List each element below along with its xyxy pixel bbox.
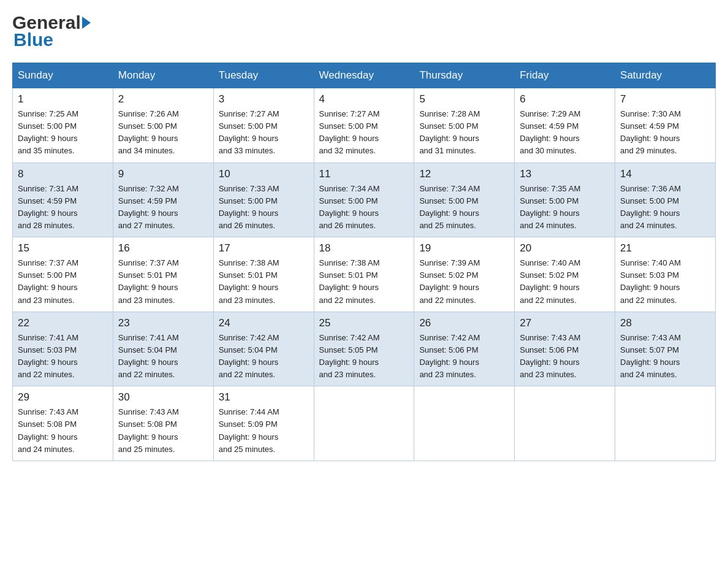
day-info: Sunrise: 7:28 AMSunset: 5:00 PMDaylight:… bbox=[419, 108, 509, 158]
day-number: 7 bbox=[620, 93, 710, 105]
day-info: Sunrise: 7:30 AMSunset: 4:59 PMDaylight:… bbox=[620, 108, 710, 158]
calendar-cell bbox=[314, 386, 414, 461]
day-number: 14 bbox=[620, 168, 710, 180]
calendar-cell: 31Sunrise: 7:44 AMSunset: 5:09 PMDayligh… bbox=[213, 386, 314, 461]
calendar-cell: 23Sunrise: 7:41 AMSunset: 5:04 PMDayligh… bbox=[113, 312, 213, 386]
calendar-cell: 1Sunrise: 7:25 AMSunset: 5:00 PMDaylight… bbox=[13, 88, 113, 163]
day-info: Sunrise: 7:43 AMSunset: 5:07 PMDaylight:… bbox=[620, 332, 710, 381]
day-info: Sunrise: 7:38 AMSunset: 5:01 PMDaylight:… bbox=[319, 257, 409, 307]
calendar-cell: 12Sunrise: 7:34 AMSunset: 5:00 PMDayligh… bbox=[414, 163, 515, 237]
day-info: Sunrise: 7:27 AMSunset: 5:00 PMDaylight:… bbox=[219, 108, 309, 158]
week-row-5: 29Sunrise: 7:43 AMSunset: 5:08 PMDayligh… bbox=[13, 386, 716, 461]
day-info: Sunrise: 7:42 AMSunset: 5:06 PMDaylight:… bbox=[419, 332, 509, 381]
day-number: 15 bbox=[18, 242, 108, 255]
calendar-cell: 26Sunrise: 7:42 AMSunset: 5:06 PMDayligh… bbox=[414, 312, 515, 386]
day-number: 16 bbox=[118, 242, 208, 255]
day-number: 17 bbox=[219, 242, 309, 255]
day-info: Sunrise: 7:42 AMSunset: 5:05 PMDaylight:… bbox=[319, 332, 409, 381]
day-number: 21 bbox=[620, 242, 710, 255]
day-number: 9 bbox=[118, 168, 208, 180]
day-info: Sunrise: 7:38 AMSunset: 5:01 PMDaylight:… bbox=[219, 257, 309, 307]
calendar-cell: 21Sunrise: 7:40 AMSunset: 5:03 PMDayligh… bbox=[615, 237, 716, 312]
calendar-cell: 20Sunrise: 7:40 AMSunset: 5:02 PMDayligh… bbox=[515, 237, 615, 312]
header-tuesday: Tuesday bbox=[213, 63, 314, 88]
day-info: Sunrise: 7:43 AMSunset: 5:08 PMDaylight:… bbox=[118, 406, 208, 456]
day-info: Sunrise: 7:41 AMSunset: 5:03 PMDaylight:… bbox=[18, 332, 108, 381]
page-header: General Blue bbox=[12, 12, 716, 50]
day-info: Sunrise: 7:37 AMSunset: 5:00 PMDaylight:… bbox=[18, 257, 108, 307]
calendar-cell: 9Sunrise: 7:32 AMSunset: 4:59 PMDaylight… bbox=[113, 163, 213, 237]
calendar-cell: 5Sunrise: 7:28 AMSunset: 5:00 PMDaylight… bbox=[414, 88, 515, 163]
day-info: Sunrise: 7:44 AMSunset: 5:09 PMDaylight:… bbox=[219, 406, 309, 456]
calendar-cell: 28Sunrise: 7:43 AMSunset: 5:07 PMDayligh… bbox=[615, 312, 716, 386]
week-row-1: 1Sunrise: 7:25 AMSunset: 5:00 PMDaylight… bbox=[13, 88, 716, 163]
day-info: Sunrise: 7:33 AMSunset: 5:00 PMDaylight:… bbox=[219, 183, 309, 232]
day-number: 11 bbox=[319, 168, 409, 180]
day-number: 26 bbox=[419, 317, 509, 329]
calendar-cell: 18Sunrise: 7:38 AMSunset: 5:01 PMDayligh… bbox=[314, 237, 414, 312]
day-number: 27 bbox=[520, 317, 610, 329]
calendar-cell: 13Sunrise: 7:35 AMSunset: 5:00 PMDayligh… bbox=[515, 163, 615, 237]
day-info: Sunrise: 7:27 AMSunset: 5:00 PMDaylight:… bbox=[319, 108, 409, 158]
day-number: 4 bbox=[319, 93, 409, 105]
calendar-cell: 30Sunrise: 7:43 AMSunset: 5:08 PMDayligh… bbox=[113, 386, 213, 461]
day-info: Sunrise: 7:29 AMSunset: 4:59 PMDaylight:… bbox=[520, 108, 610, 158]
day-info: Sunrise: 7:42 AMSunset: 5:04 PMDaylight:… bbox=[219, 332, 309, 381]
calendar-cell: 10Sunrise: 7:33 AMSunset: 5:00 PMDayligh… bbox=[213, 163, 314, 237]
header-thursday: Thursday bbox=[414, 63, 515, 88]
day-number: 12 bbox=[419, 168, 509, 180]
calendar-cell: 15Sunrise: 7:37 AMSunset: 5:00 PMDayligh… bbox=[13, 237, 113, 312]
day-info: Sunrise: 7:31 AMSunset: 4:59 PMDaylight:… bbox=[18, 183, 108, 232]
logo-triangle-icon bbox=[82, 17, 91, 29]
calendar-cell: 24Sunrise: 7:42 AMSunset: 5:04 PMDayligh… bbox=[213, 312, 314, 386]
header-friday: Friday bbox=[515, 63, 615, 88]
calendar-cell: 16Sunrise: 7:37 AMSunset: 5:01 PMDayligh… bbox=[113, 237, 213, 312]
day-info: Sunrise: 7:43 AMSunset: 5:06 PMDaylight:… bbox=[520, 332, 610, 381]
header-saturday: Saturday bbox=[615, 63, 716, 88]
week-row-2: 8Sunrise: 7:31 AMSunset: 4:59 PMDaylight… bbox=[13, 163, 716, 237]
day-number: 24 bbox=[219, 317, 309, 329]
day-number: 2 bbox=[118, 93, 208, 105]
day-number: 1 bbox=[18, 93, 108, 105]
day-number: 13 bbox=[520, 168, 610, 180]
day-number: 23 bbox=[118, 317, 208, 329]
header-wednesday: Wednesday bbox=[314, 63, 414, 88]
calendar-cell: 4Sunrise: 7:27 AMSunset: 5:00 PMDaylight… bbox=[314, 88, 414, 163]
week-row-3: 15Sunrise: 7:37 AMSunset: 5:00 PMDayligh… bbox=[13, 237, 716, 312]
day-number: 25 bbox=[319, 317, 409, 329]
day-info: Sunrise: 7:26 AMSunset: 5:00 PMDaylight:… bbox=[118, 108, 208, 158]
day-number: 8 bbox=[18, 168, 108, 180]
calendar-cell: 25Sunrise: 7:42 AMSunset: 5:05 PMDayligh… bbox=[314, 312, 414, 386]
calendar-cell bbox=[414, 386, 515, 461]
day-number: 29 bbox=[18, 391, 108, 404]
calendar-table: SundayMondayTuesdayWednesdayThursdayFrid… bbox=[12, 63, 716, 461]
day-number: 6 bbox=[520, 93, 610, 105]
day-info: Sunrise: 7:43 AMSunset: 5:08 PMDaylight:… bbox=[18, 406, 108, 456]
calendar-cell: 19Sunrise: 7:39 AMSunset: 5:02 PMDayligh… bbox=[414, 237, 515, 312]
calendar-cell: 8Sunrise: 7:31 AMSunset: 4:59 PMDaylight… bbox=[13, 163, 113, 237]
day-info: Sunrise: 7:36 AMSunset: 5:00 PMDaylight:… bbox=[620, 183, 710, 232]
day-number: 19 bbox=[419, 242, 509, 255]
day-info: Sunrise: 7:34 AMSunset: 5:00 PMDaylight:… bbox=[419, 183, 509, 232]
day-number: 3 bbox=[219, 93, 309, 105]
day-number: 18 bbox=[319, 242, 409, 255]
day-info: Sunrise: 7:40 AMSunset: 5:02 PMDaylight:… bbox=[520, 257, 610, 307]
day-number: 20 bbox=[520, 242, 610, 255]
day-number: 31 bbox=[219, 391, 309, 404]
day-number: 28 bbox=[620, 317, 710, 329]
day-number: 10 bbox=[219, 168, 309, 180]
day-info: Sunrise: 7:40 AMSunset: 5:03 PMDaylight:… bbox=[620, 257, 710, 307]
calendar-cell: 27Sunrise: 7:43 AMSunset: 5:06 PMDayligh… bbox=[515, 312, 615, 386]
day-number: 22 bbox=[18, 317, 108, 329]
day-info: Sunrise: 7:25 AMSunset: 5:00 PMDaylight:… bbox=[18, 108, 108, 158]
day-info: Sunrise: 7:37 AMSunset: 5:01 PMDaylight:… bbox=[118, 257, 208, 307]
calendar-cell: 29Sunrise: 7:43 AMSunset: 5:08 PMDayligh… bbox=[13, 386, 113, 461]
logo: General Blue bbox=[12, 12, 92, 50]
header-monday: Monday bbox=[113, 63, 213, 88]
day-number: 5 bbox=[419, 93, 509, 105]
week-row-4: 22Sunrise: 7:41 AMSunset: 5:03 PMDayligh… bbox=[13, 312, 716, 386]
calendar-cell: 2Sunrise: 7:26 AMSunset: 5:00 PMDaylight… bbox=[113, 88, 213, 163]
calendar-cell bbox=[515, 386, 615, 461]
day-info: Sunrise: 7:39 AMSunset: 5:02 PMDaylight:… bbox=[419, 257, 509, 307]
day-info: Sunrise: 7:34 AMSunset: 5:00 PMDaylight:… bbox=[319, 183, 409, 232]
